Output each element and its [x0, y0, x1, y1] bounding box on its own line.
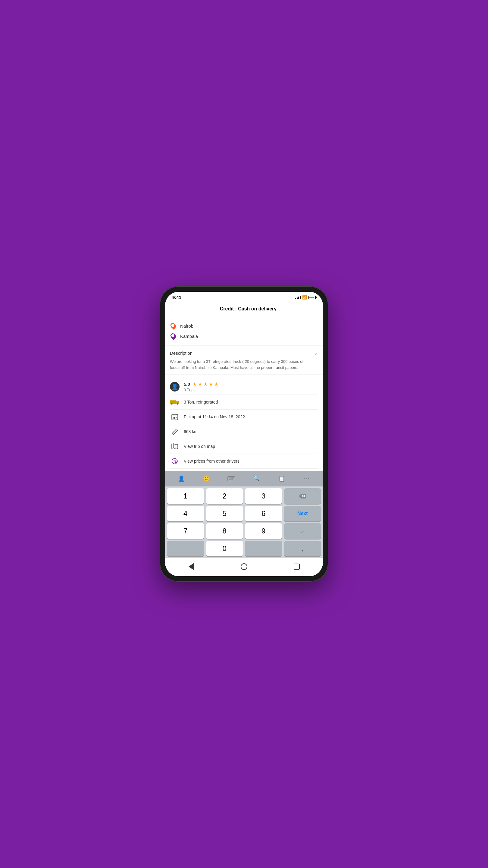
- back-button[interactable]: ←: [170, 304, 178, 313]
- home-circle-icon: [241, 563, 247, 570]
- svg-rect-11: [173, 417, 173, 418]
- key-4[interactable]: 4: [167, 506, 204, 521]
- recent-square-icon: [294, 564, 300, 569]
- description-header[interactable]: Description ⌄: [170, 350, 318, 356]
- svg-rect-12: [174, 417, 175, 418]
- keyboard-emoji-icon[interactable]: 🙂: [201, 473, 212, 484]
- svg-point-6: [177, 404, 178, 404]
- key-dot-dash[interactable]: .-: [284, 523, 321, 539]
- origin-pin-icon: [170, 322, 176, 329]
- key-2[interactable]: 2: [206, 488, 243, 504]
- svg-rect-15: [174, 418, 175, 419]
- key-6[interactable]: 6: [245, 506, 282, 521]
- battery-icon: [308, 296, 316, 299]
- svg-rect-16: [172, 429, 178, 435]
- svg-rect-14: [173, 418, 173, 419]
- truck-icon: [170, 397, 180, 407]
- back-triangle-icon: [189, 563, 194, 570]
- description-label: Description: [170, 350, 193, 355]
- prices-link-text: View prices from other drivers: [184, 459, 239, 464]
- key-1[interactable]: 1: [167, 488, 204, 504]
- nav-back-button[interactable]: [187, 562, 196, 571]
- key-empty-right: [245, 541, 282, 556]
- svg-rect-0: [170, 400, 176, 404]
- key-5[interactable]: 5: [206, 506, 243, 521]
- star-1: ★: [193, 381, 197, 387]
- star-5: ★: [214, 381, 218, 387]
- status-time: 9:41: [172, 295, 181, 300]
- svg-rect-13: [175, 417, 176, 418]
- key-0[interactable]: 0: [206, 541, 243, 556]
- keyboard-clipboard-icon[interactable]: 📋: [276, 473, 287, 484]
- key-empty-left: [167, 541, 204, 556]
- star-3: ★: [203, 381, 207, 387]
- calendar-icon: [170, 412, 180, 422]
- price-input-row: [170, 469, 318, 471]
- trip-count: 0 Trip: [184, 388, 218, 392]
- details-section: 👤 5.0 ★ ★ ★ ★ ★ 0 Trip: [165, 375, 323, 471]
- avatar: 👤: [170, 382, 180, 392]
- page-title: Credit : Cash on delivery: [178, 306, 318, 312]
- key-delete[interactable]: [284, 488, 321, 504]
- key-9[interactable]: 9: [245, 523, 282, 539]
- rating-row: 5.0 ★ ★ ★ ★ ★: [184, 381, 218, 387]
- chevron-up-icon: ⌄: [314, 350, 318, 356]
- destination-pin-icon: [170, 333, 176, 339]
- phone-screen: 9:41 📶 ← Credit : Cash on delivery: [165, 292, 323, 576]
- svg-marker-20: [172, 444, 178, 449]
- origin-text: Nairobi: [180, 323, 195, 329]
- nav-recent-button[interactable]: [292, 562, 301, 571]
- description-section: Description ⌄ We are looking for a 3T re…: [165, 346, 323, 374]
- destination-text: Kampala: [180, 334, 198, 339]
- star-4: ★: [209, 381, 213, 387]
- keyboard-more-icon[interactable]: •••: [301, 473, 312, 484]
- numeric-keyboard: 1 2 3 4 5 6 Next 7 8 9 .- 0: [165, 487, 323, 558]
- star-2: ★: [198, 381, 202, 387]
- svg-line-19: [175, 430, 175, 431]
- map-row[interactable]: View trip on map: [170, 439, 318, 454]
- map-link-text: View trip on map: [184, 444, 215, 449]
- app-header: ← Credit : Cash on delivery: [165, 302, 323, 317]
- rating-value: 5.0: [184, 381, 190, 387]
- truck-row: 3 Ton, refrigerated: [170, 395, 318, 410]
- ruler-icon: [170, 427, 180, 436]
- status-icons: 📶: [295, 295, 316, 300]
- wifi-icon: 📶: [302, 295, 307, 300]
- key-8[interactable]: 8: [206, 523, 243, 539]
- distance-row: 663 km: [170, 424, 318, 439]
- destination-row: Kampala: [170, 331, 318, 341]
- phone-frame: 9:41 📶 ← Credit : Cash on delivery: [160, 286, 328, 582]
- calendar-row: Pickup at 11:14 on Nov 18, 2022: [170, 410, 318, 424]
- navigation-bar: [165, 558, 323, 576]
- distance-text: 663 km: [184, 429, 198, 434]
- key-7[interactable]: 7: [167, 523, 204, 539]
- svg-text:≡: ≡: [175, 461, 176, 463]
- origin-row: Nairobi: [170, 321, 318, 331]
- profile-row: 👤 5.0 ★ ★ ★ ★ ★ 0 Trip: [170, 379, 318, 395]
- nav-home-button[interactable]: [239, 562, 249, 571]
- svg-line-17: [173, 432, 174, 433]
- keyboard-person-icon[interactable]: 👤: [176, 473, 187, 484]
- svg-line-18: [174, 431, 175, 432]
- svg-point-4: [171, 404, 172, 404]
- map-icon: [170, 441, 180, 451]
- signal-icon: [295, 296, 301, 299]
- app-content: Nairobi Kampala Description ⌄ We are loo…: [165, 317, 323, 471]
- location-section: Nairobi Kampala: [165, 317, 323, 345]
- prices-row[interactable]: ≡ View prices from other drivers: [170, 454, 318, 469]
- key-next[interactable]: Next: [284, 506, 321, 521]
- status-bar: 9:41 📶: [165, 292, 323, 302]
- keyboard-toolbar: 👤 🙂 GIF 🔍 📋 •••: [165, 471, 323, 487]
- keyboard-gif-icon[interactable]: GIF: [226, 473, 237, 484]
- calendar-text: Pickup at 11:14 on Nov 18, 2022: [184, 414, 245, 419]
- description-text: We are looking for a 3T refrigerated tru…: [170, 359, 318, 370]
- key-comma[interactable]: ,: [284, 541, 321, 556]
- pricelist-icon: ≡: [170, 456, 180, 466]
- truck-text: 3 Ton, refrigerated: [184, 400, 218, 404]
- keyboard-search-icon[interactable]: 🔍: [251, 473, 262, 484]
- key-3[interactable]: 3: [245, 488, 282, 504]
